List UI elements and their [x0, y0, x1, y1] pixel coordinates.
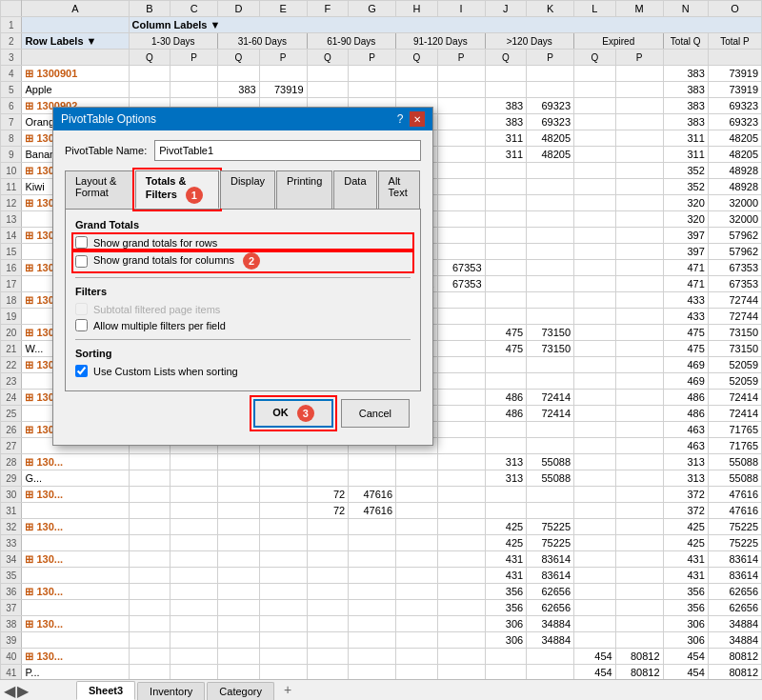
tab-alt-text[interactable]: Alt Text — [378, 170, 420, 209]
cancel-button[interactable]: Cancel — [341, 399, 410, 428]
filters-section-title: Filters — [75, 286, 411, 297]
pivot-name-input[interactable] — [154, 140, 421, 161]
name-row: PivotTable Name: — [65, 140, 421, 161]
dialog-overlay: PivotTable Options ? ✕ PivotTable Name: … — [0, 0, 762, 700]
custom-lists-checkbox[interactable] — [75, 365, 88, 377]
show-grand-totals-cols-label: Show grand totals for columns 2 — [93, 252, 260, 270]
show-grand-totals-cols-checkbox[interactable] — [75, 255, 88, 268]
badge3: 3 — [297, 405, 314, 422]
dialog-close-button[interactable]: ✕ — [410, 111, 425, 127]
show-grand-totals-rows-row: Show grand totals for rows — [75, 236, 411, 249]
custom-lists-row: Use Custom Lists when sorting — [75, 365, 411, 377]
tab-layout-format[interactable]: Layout & Format — [65, 170, 134, 209]
allow-multiple-filters-label: Allow multiple filters per field — [93, 320, 226, 331]
spreadsheet-area: A B C D E F G H I J K L M N O 1 Column L… — [0, 0, 762, 700]
tab-totals-filters[interactable]: Totals & Filters 1 — [135, 170, 219, 209]
tab-printing[interactable]: Printing — [276, 170, 332, 209]
badge2: 2 — [243, 252, 260, 270]
dialog-footer: OK 3 Cancel — [65, 391, 421, 435]
show-grand-totals-rows-checkbox[interactable] — [75, 236, 88, 249]
show-grand-totals-cols-row: Show grand totals for columns 2 — [75, 252, 411, 270]
show-grand-totals-rows-label: Show grand totals for rows — [93, 237, 217, 249]
dialog-title: PivotTable Options — [61, 112, 156, 126]
grand-totals-section-title: Grand Totals — [75, 219, 411, 230]
subtotal-filtered-row: Subtotal filtered page items — [75, 303, 411, 315]
name-label: PivotTable Name: — [65, 145, 147, 156]
ok-button[interactable]: OK 3 — [253, 399, 333, 428]
dialog-titlebar: PivotTable Options ? ✕ — [53, 108, 432, 130]
dialog-body: PivotTable Name: Layout & Format Totals … — [53, 130, 432, 445]
dialog-content-area: Grand Totals Show grand totals for rows … — [65, 209, 421, 391]
subtotal-filtered-label: Subtotal filtered page items — [93, 304, 220, 315]
subtotal-filtered-checkbox[interactable] — [75, 303, 88, 315]
allow-multiple-filters-row: Allow multiple filters per field — [75, 319, 411, 331]
sorting-section-title: Sorting — [75, 348, 411, 359]
dialog-titlebar-buttons: ? ✕ — [392, 111, 425, 127]
allow-multiple-filters-checkbox[interactable] — [75, 319, 88, 331]
custom-lists-label: Use Custom Lists when sorting — [93, 366, 238, 377]
dialog-help-button[interactable]: ? — [392, 111, 408, 127]
badge1: 1 — [186, 187, 203, 204]
pivot-table-options-dialog: PivotTable Options ? ✕ PivotTable Name: … — [52, 107, 433, 446]
dialog-tabs: Layout & Format Totals & Filters 1 Displ… — [65, 170, 421, 209]
tab-data[interactable]: Data — [333, 170, 376, 209]
tab-display[interactable]: Display — [220, 170, 275, 209]
